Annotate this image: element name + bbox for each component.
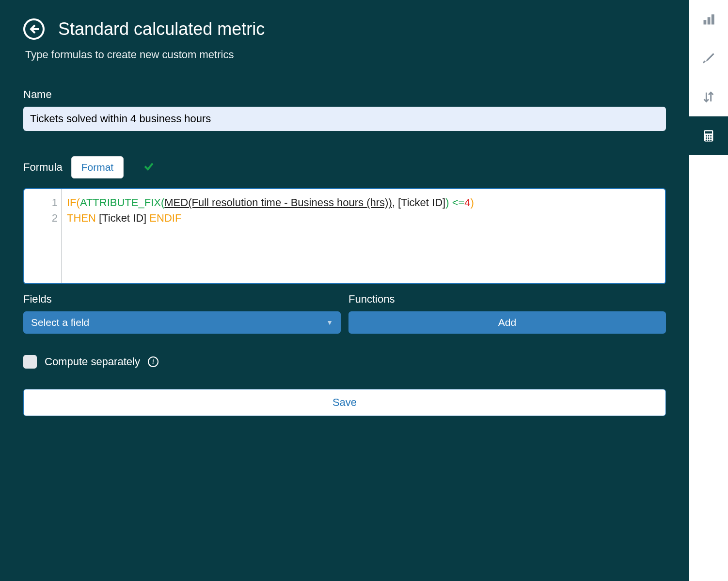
- add-function-button[interactable]: Add: [348, 311, 666, 334]
- brush-icon: [702, 51, 715, 65]
- compute-separately-checkbox[interactable]: [23, 355, 37, 369]
- svg-point-10: [710, 137, 712, 139]
- svg-point-12: [708, 140, 709, 141]
- valid-check-icon: [143, 161, 155, 174]
- info-icon[interactable]: i: [148, 356, 158, 367]
- line-number: 1: [28, 195, 58, 210]
- rail-calculator[interactable]: [689, 116, 728, 155]
- code-line: IF(ATTRIBUTE_FIX(MED(Full resolution tim…: [67, 195, 474, 210]
- svg-rect-0: [704, 20, 707, 24]
- fields-column: Fields Select a field ▼: [23, 293, 341, 334]
- svg-point-7: [710, 135, 712, 136]
- svg-rect-2: [712, 15, 714, 25]
- fields-label: Fields: [23, 293, 341, 306]
- svg-point-6: [708, 135, 709, 136]
- fields-select[interactable]: Select a field ▼: [23, 311, 341, 334]
- header: Standard calculated metric: [23, 18, 666, 40]
- fields-functions-row: Fields Select a field ▼ Functions Add: [23, 293, 666, 334]
- side-rail: [689, 0, 728, 581]
- rail-brush[interactable]: [689, 39, 728, 78]
- save-button[interactable]: Save: [23, 389, 666, 416]
- calculator-icon: [702, 129, 715, 143]
- page-title: Standard calculated metric: [58, 19, 265, 39]
- compute-separately-label: Compute separately: [45, 355, 140, 368]
- chevron-down-icon: ▼: [326, 319, 333, 326]
- svg-rect-1: [708, 17, 711, 24]
- back-button[interactable]: [23, 18, 45, 40]
- page-subtitle: Type formulas to create new custom metri…: [25, 48, 666, 61]
- sort-arrows-icon: [702, 90, 715, 104]
- functions-label: Functions: [348, 293, 666, 306]
- svg-point-9: [708, 137, 709, 139]
- fields-select-placeholder: Select a field: [31, 317, 89, 328]
- svg-point-13: [710, 140, 712, 141]
- name-label: Name: [23, 88, 666, 101]
- code-body[interactable]: IF(ATTRIBUTE_FIX(MED(Full resolution tim…: [62, 189, 479, 283]
- name-input[interactable]: [23, 107, 666, 131]
- svg-point-8: [706, 137, 707, 139]
- format-button[interactable]: Format: [71, 156, 124, 178]
- code-line: THEN [Ticket ID] ENDIF: [67, 210, 474, 226]
- formula-label: Formula: [23, 161, 63, 174]
- formula-header: Formula Format: [23, 156, 666, 178]
- line-gutter: 1 2: [24, 189, 62, 283]
- bar-chart-icon: [702, 13, 715, 26]
- svg-point-11: [706, 140, 707, 141]
- formula-editor[interactable]: 1 2 IF(ATTRIBUTE_FIX(MED(Full resolution…: [23, 188, 666, 284]
- svg-rect-4: [705, 131, 712, 134]
- rail-chart[interactable]: [689, 0, 728, 39]
- rail-sort[interactable]: [689, 78, 728, 116]
- main-panel: Standard calculated metric Type formulas…: [0, 0, 689, 581]
- arrow-left-icon: [28, 23, 40, 35]
- line-number: 2: [28, 210, 58, 226]
- compute-separately-row: Compute separately i: [23, 355, 666, 369]
- svg-point-5: [706, 135, 707, 136]
- functions-column: Functions Add: [348, 293, 666, 334]
